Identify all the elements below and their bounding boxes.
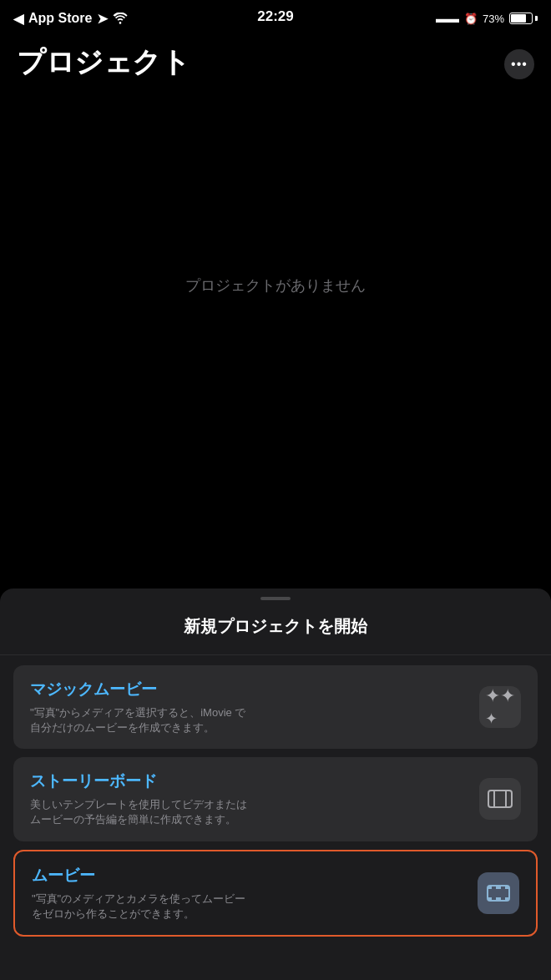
empty-state-text: プロジェクトがありません	[185, 277, 366, 294]
empty-area	[0, 92, 551, 259]
option-magic-movie[interactable]: マジックムービー "写真"からメディアを選択すると、iMovie で自分だけのム…	[13, 665, 538, 749]
sheet-title: 新規プロジェクトを開始	[0, 600, 551, 655]
option-storyboard-text: ストーリーボード 美しいテンプレートを使用してビデオまたはムービーの予告編を簡単…	[30, 770, 469, 827]
back-arrow: ◀	[13, 11, 23, 27]
option-storyboard-title: ストーリーボード	[30, 770, 469, 792]
status-bar: ◀ App Store ➤ 22:29 ▬▬ ⏰ 73%	[0, 0, 551, 37]
nav-header: プロジェクト •••	[0, 37, 551, 92]
option-movie-title: ムービー	[32, 865, 468, 887]
options-list: マジックムービー "写真"からメディアを選択すると、iMovie で自分だけのム…	[0, 655, 551, 947]
more-button[interactable]: •••	[504, 49, 534, 79]
svg-rect-0	[488, 791, 512, 807]
svg-rect-4	[488, 886, 492, 889]
option-storyboard[interactable]: ストーリーボード 美しいテンプレートを使用してビデオまたはムービーの予告編を簡単…	[13, 757, 538, 841]
option-movie-desc: "写真"のメディアとカメラを使ってムービーをゼロから作ることができます。	[32, 892, 468, 922]
app-store-label[interactable]: App Store	[28, 11, 92, 26]
bottom-sheet: 新規プロジェクトを開始 マジックムービー "写真"からメディアを選択すると、iM…	[0, 589, 551, 980]
option-magic-movie-title: マジックムービー	[30, 679, 469, 700]
battery-percent: 73%	[483, 13, 504, 25]
status-time: 22:29	[257, 8, 293, 25]
svg-rect-8	[496, 886, 501, 889]
empty-state: プロジェクトがありません	[0, 259, 551, 309]
option-movie-icon-wrap	[478, 872, 519, 914]
status-left: ◀ App Store ➤	[13, 11, 128, 27]
option-movie[interactable]: ムービー "写真"のメディアとカメラを使ってムービーをゼロから作ることができます…	[13, 850, 538, 937]
svg-rect-5	[505, 886, 509, 889]
navigation-arrow: ➤	[97, 11, 108, 27]
battery-icon	[509, 13, 538, 24]
option-movie-text: ムービー "写真"のメディアとカメラを使ってムービーをゼロから作ることができます…	[32, 865, 468, 922]
alarm-icon: ⏰	[464, 13, 478, 25]
option-magic-movie-text: マジックムービー "写真"からメディアを選択すると、iMovie で自分だけのム…	[30, 679, 469, 735]
svg-rect-9	[496, 897, 501, 901]
storyboard-icon	[487, 786, 513, 812]
svg-rect-6	[488, 897, 492, 901]
option-magic-movie-desc: "写真"からメディアを選択すると、iMovie で自分だけのムービーを作成できま…	[30, 705, 469, 735]
more-dots-icon: •••	[511, 57, 528, 72]
wifi-icon	[113, 13, 128, 24]
option-magic-movie-icon-wrap: ✦✦✦	[479, 686, 521, 728]
svg-rect-7	[505, 897, 509, 901]
option-storyboard-icon-wrap	[479, 778, 521, 820]
page-title: プロジェクト	[17, 43, 190, 82]
magic-movie-icon: ✦✦✦	[485, 685, 515, 729]
status-right: ▬▬ ⏰ 73%	[436, 12, 538, 25]
movie-icon	[485, 880, 512, 907]
sim-icon: ▬▬	[436, 12, 459, 25]
option-storyboard-desc: 美しいテンプレートを使用してビデオまたはムービーの予告編を簡単に作成できます。	[30, 797, 469, 827]
svg-rect-1	[493, 791, 495, 807]
svg-rect-2	[505, 791, 507, 807]
